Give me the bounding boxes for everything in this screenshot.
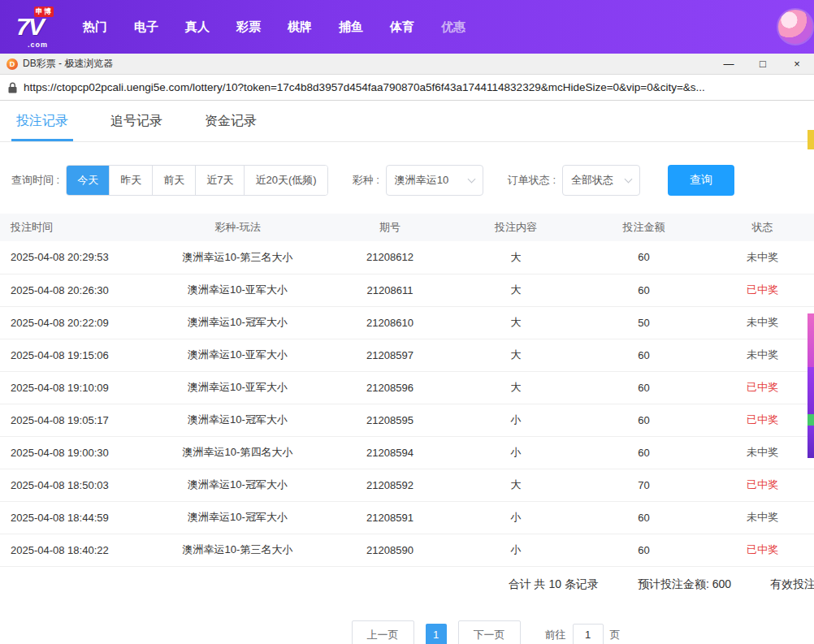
order-status-value: 全部状态: [571, 173, 613, 188]
time-filter-label: 查询时间 :: [11, 173, 59, 188]
table-row: 2025-04-08 18:40:22澳洲幸运10-第三名大小21208590小…: [0, 534, 814, 566]
bet-content: 大: [455, 274, 577, 306]
game-play: 澳洲幸运10-亚军大小: [150, 371, 325, 404]
time-option-last-7-days[interactable]: 近7天: [195, 166, 244, 195]
bet-content: 大: [455, 306, 577, 339]
goto-unit: 页: [610, 628, 621, 642]
total-records: 合计 共 10 条记录: [509, 577, 599, 592]
column-header: 状态: [711, 214, 814, 241]
bet-amount: 70: [577, 469, 711, 501]
bet-content: 小: [455, 501, 577, 534]
bet-status: 未中奖: [711, 339, 814, 371]
column-header: 期号: [325, 214, 455, 241]
nav-item-hot[interactable]: 热门: [83, 19, 107, 35]
summary-bar: 合计 共 10 条记录 预计投注金额: 600 有效投注金额:: [0, 567, 814, 603]
next-page-button[interactable]: 下一页: [458, 620, 521, 644]
bet-status: 已中奖: [711, 371, 814, 404]
table-row: 2025-04-08 20:29:53澳洲幸运10-第三名大小21208612大…: [0, 241, 814, 274]
bet-amount: 60: [577, 274, 711, 306]
bet-status: 未中奖: [711, 436, 814, 469]
goto-label: 前往: [545, 628, 566, 642]
background-page-edge: [808, 313, 814, 367]
bet-time: 2025-04-08 18:50:03: [0, 469, 150, 501]
tab-bet-records[interactable]: 投注记录: [11, 101, 73, 141]
site-logo[interactable]: 申博 7V .com: [15, 5, 63, 49]
game-play: 澳洲幸运10-亚军大小: [150, 274, 325, 306]
background-page-edge: [808, 367, 814, 414]
nav-item-chess[interactable]: 棋牌: [288, 19, 312, 35]
chevron-down-icon: [625, 175, 633, 184]
nav-item-sports[interactable]: 体育: [390, 19, 414, 35]
filter-bar: 查询时间 : 今天昨天前天近7天近20天(低频) 彩种 : 澳洲幸运10 订单状…: [0, 142, 814, 196]
table-row: 2025-04-08 19:15:06澳洲幸运10-亚军大小21208597大6…: [0, 339, 814, 371]
table-row: 2025-04-08 19:00:30澳洲幸运10-第四名大小21208594小…: [0, 436, 814, 469]
url-text: https://ctopcp02pcali.uengi5e.com/lotter…: [24, 81, 705, 93]
bet-time: 2025-04-08 19:10:09: [0, 371, 150, 404]
page-number-current[interactable]: 1: [426, 624, 447, 644]
time-filter-group: 今天昨天前天近7天近20天(低频): [66, 165, 327, 196]
bet-time: 2025-04-08 19:05:17: [0, 404, 150, 436]
logo-domain: .com: [28, 41, 48, 49]
search-button[interactable]: 查询: [668, 165, 734, 196]
lottery-filter-label: 彩种 :: [353, 173, 379, 188]
nav-item-live[interactable]: 真人: [185, 19, 210, 35]
bet-content: 大: [455, 241, 577, 274]
lottery-select-value: 澳洲幸运10: [395, 173, 448, 188]
time-option-day-before[interactable]: 前天: [152, 166, 195, 195]
table-row: 2025-04-08 18:44:59澳洲幸运10-冠军大小21208591小6…: [0, 501, 814, 534]
browser-app-icon: D: [6, 58, 18, 70]
screen: 申博 7V .com 热门电子真人彩票棋牌捕鱼体育优惠 D DB彩票 - 极速浏…: [0, 0, 814, 644]
bet-time: 2025-04-08 19:00:30: [0, 436, 150, 469]
issue-number: 21208591: [325, 501, 455, 534]
time-option-last-20-days[interactable]: 近20天(低频): [244, 166, 327, 195]
chevron-down-icon: [467, 175, 475, 184]
bet-content: 大: [455, 371, 577, 404]
bet-status: 已中奖: [711, 534, 814, 566]
table-row: 2025-04-08 19:05:17澳洲幸运10-冠军大小21208595小6…: [0, 404, 814, 436]
column-header: 投注内容: [455, 214, 577, 241]
table-row: 2025-04-08 19:10:09澳洲幸运10-亚军大小21208596大6…: [0, 371, 814, 404]
bet-amount: 60: [577, 371, 711, 404]
game-play: 澳洲幸运10-冠军大小: [150, 306, 325, 339]
bet-content: 大: [455, 469, 577, 501]
game-play: 澳洲幸运10-亚军大小: [150, 339, 325, 371]
lock-icon: [8, 82, 17, 93]
order-status-select[interactable]: 全部状态: [562, 165, 640, 196]
pagination: 上一页 1 下一页 前往 页: [79, 620, 814, 644]
nav-item-fishing[interactable]: 捕鱼: [339, 19, 363, 35]
window-title: DB彩票 - 极速浏览器: [23, 57, 113, 71]
tab-chase-records[interactable]: 追号记录: [106, 101, 167, 141]
bet-time: 2025-04-08 18:40:22: [0, 534, 150, 566]
nav-item-slots[interactable]: 电子: [134, 19, 158, 35]
bet-amount: 60: [577, 436, 711, 469]
background-page-edge: [808, 426, 814, 458]
minimize-button[interactable]: —: [712, 54, 746, 74]
bet-records-table: 投注时间彩种-玩法期号投注内容投注金额状态 2025-04-08 20:29:5…: [0, 214, 814, 567]
table-row: 2025-04-08 20:22:09澳洲幸运10-冠军大小21208610大5…: [0, 306, 814, 339]
bet-status: 已中奖: [711, 404, 814, 436]
column-header: 彩种-玩法: [150, 214, 325, 241]
lottery-select[interactable]: 澳洲幸运10: [386, 165, 483, 196]
close-button[interactable]: ×: [780, 54, 814, 74]
address-bar[interactable]: https://ctopcp02pcali.uengi5e.com/lotter…: [0, 75, 814, 101]
tab-fund-records[interactable]: 资金记录: [200, 101, 262, 141]
goto-page-input[interactable]: [573, 624, 604, 644]
bet-amount: 50: [577, 306, 711, 339]
maximize-button[interactable]: □: [746, 54, 780, 74]
bet-content: 小: [455, 534, 577, 566]
time-option-today[interactable]: 今天: [67, 166, 109, 195]
bet-status: 已中奖: [711, 469, 814, 501]
bet-amount: 60: [577, 241, 711, 274]
bet-content: 大: [455, 339, 577, 371]
user-avatar[interactable]: [777, 8, 814, 45]
prev-page-button[interactable]: 上一页: [352, 620, 414, 644]
status-filter-label: 订单状态 :: [508, 173, 556, 188]
logo-text: 7V: [16, 15, 43, 39]
bet-status: 未中奖: [711, 241, 814, 274]
game-play: 澳洲幸运10-第四名大小: [150, 436, 325, 469]
time-option-yesterday[interactable]: 昨天: [109, 166, 152, 195]
bet-time: 2025-04-08 18:44:59: [0, 501, 150, 534]
browser-titlebar: D DB彩票 - 极速浏览器 — □ ×: [0, 54, 814, 75]
nav-item-promo[interactable]: 优惠: [441, 19, 465, 35]
nav-item-lottery[interactable]: 彩票: [236, 19, 261, 35]
